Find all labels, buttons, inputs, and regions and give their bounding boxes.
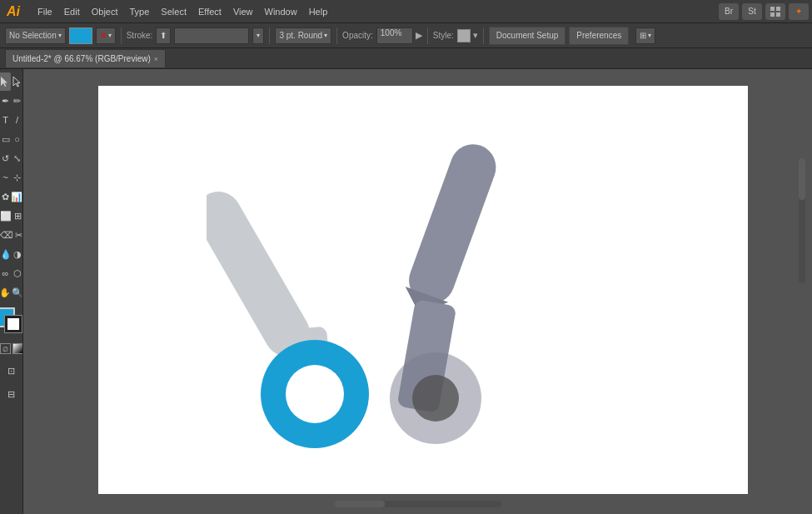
document-setup-button[interactable]: Document Setup [489, 27, 566, 45]
color-swatch-area [0, 307, 23, 341]
horizontal-scrollbar[interactable] [335, 501, 501, 507]
separator2 [269, 27, 270, 44]
svg-rect-1 [776, 7, 780, 11]
zoom-tool[interactable]: 🔍 [12, 283, 23, 302]
direct-select-tool[interactable] [12, 72, 23, 91]
direct-select-icon [12, 76, 23, 87]
fill-color-dropdown[interactable]: ✕ ▾ [96, 27, 116, 44]
vertical-scrollbar[interactable] [799, 158, 805, 283]
color-gradient-swatch[interactable] [12, 343, 23, 354]
canvas-area [23, 69, 812, 514]
blend-tool[interactable]: ∞ [0, 264, 11, 282]
opacity-input[interactable]: 100% [376, 27, 413, 44]
svg-marker-5 [13, 77, 20, 87]
selection-label: No Selection [9, 31, 57, 40]
menu-icons-area: Br St ✦ [719, 3, 809, 20]
menu-effect[interactable]: Effect [192, 3, 227, 20]
preferences-button[interactable]: Preferences [569, 27, 629, 45]
opacity-arrow-icon[interactable]: ▶ [416, 30, 422, 41]
tab-bar: Untitled-2* @ 66.67% (RGB/Preview) × [0, 48, 812, 69]
warp-tool[interactable]: ~ [0, 168, 11, 187]
menu-type[interactable]: Type [124, 3, 156, 20]
tool-row-color: 💧 ◑ [0, 245, 22, 263]
arrange-dropdown[interactable]: ⊞ ▾ [635, 27, 655, 44]
opacity-section: 100% ▶ [376, 27, 422, 44]
color-mode-none[interactable]: ∅ [0, 343, 11, 354]
line-tool[interactable]: / [12, 111, 22, 129]
brush-type-label: 3 pt. Round [279, 31, 322, 40]
svg-rect-2 [770, 12, 775, 17]
style-dropdown-icon[interactable]: ▾ [473, 30, 478, 41]
tool-row-type: T / [0, 111, 22, 129]
stroke-width-dropdown[interactable]: ⬆ [156, 27, 171, 44]
graph-tool[interactable]: 📊 [11, 187, 22, 206]
tool-row-transform: ↺ ⤡ [0, 149, 22, 167]
style-label: Style: [433, 31, 454, 40]
document-tab[interactable]: Untitled-2* @ 66.67% (RGB/Preview) × [5, 49, 166, 67]
toolbar: No Selection ▾ ✕ ▾ Stroke: ⬆ ▾ 3 pt. Rou… [0, 23, 812, 48]
tool-row-shape: ▭ ○ [0, 130, 22, 148]
selection-dropdown[interactable]: No Selection ▾ [5, 27, 66, 44]
flame-icon-btn[interactable]: ✦ [789, 3, 809, 20]
type-tool[interactable]: T [0, 111, 11, 129]
stroke-up-icon: ⬆ [160, 31, 167, 40]
tool-row-symbol: ✿ 📊 [0, 187, 22, 206]
vscrollbar-thumb [799, 158, 805, 200]
chevron-down-icon4: ▾ [324, 32, 327, 39]
live-paint-tool[interactable]: ⬡ [12, 264, 22, 282]
brush-type-dropdown[interactable]: 3 pt. Round ▾ [275, 27, 331, 44]
grid-icon-btn[interactable] [765, 3, 785, 20]
ellipse-tool[interactable]: ○ [12, 130, 22, 148]
pencil-tool[interactable]: ✏ [12, 92, 22, 110]
tool-row-view: ∞ ⬡ [0, 264, 22, 282]
hand-tool[interactable]: ✋ [0, 283, 11, 302]
screen-mode-btn[interactable]: ⊟ [2, 385, 21, 403]
stroke-swatch[interactable] [5, 316, 22, 332]
scrollbar-thumb [335, 501, 385, 507]
symbol-tool[interactable]: ✿ [0, 187, 10, 206]
stroke-color-display[interactable] [174, 27, 249, 44]
scissors-artwork [207, 94, 540, 452]
menu-edit[interactable]: Edit [58, 3, 86, 20]
artboard-tool[interactable]: ⬜ [0, 207, 12, 225]
style-section: ▾ [457, 29, 478, 42]
scissors-tool[interactable]: ✂ [14, 226, 22, 244]
rotate-tool[interactable]: ↺ [0, 149, 11, 167]
menu-window[interactable]: Window [259, 3, 303, 20]
menu-select[interactable]: Select [155, 3, 192, 20]
draw-mode-btn[interactable]: ⊡ [2, 362, 21, 380]
stroke-color-dropdown[interactable]: ▾ [252, 27, 264, 44]
chevron-down-icon3: ▾ [257, 32, 260, 39]
eyedropper-tool[interactable]: 💧 [0, 245, 12, 263]
svg-rect-3 [776, 12, 780, 17]
select-tool[interactable] [0, 72, 11, 91]
main-area: ✒ ✏ T / ▭ ○ ↺ ⤡ ~ ⊹ ✿ 📊 ⬜ ⊞ ⌫ ✂ [0, 69, 812, 514]
gradient-tool[interactable]: ◑ [12, 245, 22, 263]
scale-tool[interactable]: ⤡ [12, 149, 22, 167]
menu-view[interactable]: View [227, 3, 259, 20]
arrange-icon: ⊞ [640, 31, 646, 40]
menu-help[interactable]: Help [303, 3, 334, 20]
pen-tool[interactable]: ✒ [0, 92, 11, 110]
svg-point-15 [412, 375, 459, 422]
eraser-tool[interactable]: ⌫ [0, 226, 13, 244]
style-color-box[interactable] [457, 29, 471, 42]
fill-color-box[interactable] [69, 27, 92, 44]
menu-object[interactable]: Object [86, 3, 124, 20]
svg-rect-8 [402, 137, 502, 310]
select-icon [0, 76, 11, 87]
tool-row-edit: ⌫ ✂ [0, 226, 22, 244]
chevron-down-icon: ▾ [58, 32, 62, 39]
menu-bar: Ai File Edit Object Type Select Effect V… [0, 0, 812, 23]
bridge-icon-btn[interactable]: Br [719, 3, 739, 20]
slice-tool[interactable]: ⊞ [12, 207, 22, 225]
stock-icon-btn[interactable]: St [742, 3, 762, 20]
rectangle-tool[interactable]: ▭ [0, 130, 11, 148]
close-tab-icon[interactable]: × [154, 55, 158, 63]
grid-icon [770, 7, 780, 17]
menu-file[interactable]: File [32, 3, 58, 20]
free-transform-tool[interactable]: ⊹ [12, 168, 22, 187]
svg-rect-0 [770, 7, 775, 11]
chevron-down-icon2: ▾ [108, 32, 112, 39]
svg-point-13 [286, 365, 344, 423]
